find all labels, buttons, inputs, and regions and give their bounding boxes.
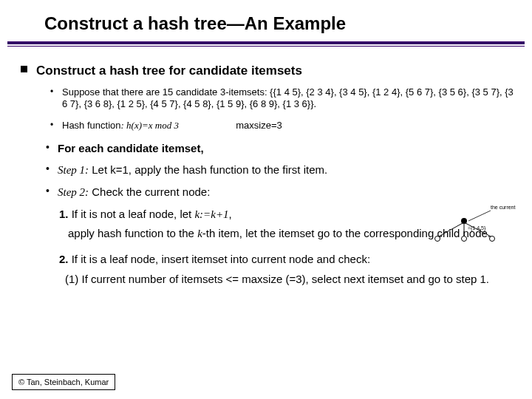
bullet-main-text: Construct a hash tree for candidate item… [36,63,302,79]
slide-title: Construct a hash tree—An Example [0,0,532,41]
substep1-expr: k:=k+1 [194,208,228,220]
tree-svg: the current node ={1 4 5} [427,203,516,245]
step2-rest: Check the current node: [89,185,210,198]
step2-label: Step 2: [58,186,89,198]
hashfn-text: Hash function: h(x)=x mod 3 maxsize=3 [62,120,517,132]
dot-bullet: • [50,86,62,98]
bullet-suppose: • Suppose that there are 15 candidate 3-… [21,86,517,111]
substep1-num: 1. [59,208,69,220]
substep1-cont-a: apply hash function to the [37,227,197,239]
step2-text: Step 2: Check the current node: [58,185,517,200]
diagram-label-top: the current node [491,205,516,210]
substep2-num: 2. [59,253,69,265]
slide-body: Construct a hash tree for candidate item… [0,47,532,293]
substep1-b: , [229,208,232,220]
colon: : [121,120,127,131]
suppose-text: Suppose that there are 15 candidate 3-it… [62,86,517,111]
bullet-level1: Construct a hash tree for candidate item… [21,63,517,79]
svg-line-2 [437,223,463,237]
tree-diagram: the current node ={1 4 5} [427,203,516,245]
svg-line-0 [468,211,491,221]
step1-rest: Let k=1, apply the hash function to the … [89,163,327,176]
dot-bullet: • [46,163,58,176]
divider-thick [7,41,525,44]
foreach-text: For each candidate itemset, [58,141,517,155]
dot-bullet: • [46,141,58,154]
bullet-hashfn: • Hash function: h(x)=x mod 3 maxsize=3 [21,120,517,132]
substep2-rest: If it is a leaf node, insert itemset int… [69,253,371,265]
footer-credit: © Tan, Steinbach, Kumar [12,374,115,390]
substep-3: (1) If current number of itemsets <= max… [21,272,517,286]
dot-bullet: • [50,120,62,131]
dot-bullet: • [46,185,58,198]
svg-point-6 [462,236,467,242]
bullet-foreach: • For each candidate itemset, [21,141,517,155]
svg-point-5 [435,236,440,242]
substep3-text: (1) If current number of itemsets <= max… [37,273,489,285]
step1-label: Step 1: [58,164,89,176]
diagram-label-bottom: ={1 4 5} [468,225,486,231]
step1-text: Step 1: Let k=1, apply the hash function… [58,163,517,177]
bullet-dot-icon [21,66,27,72]
substep-2: 2. If it is a leaf node, insert itemset … [21,252,517,266]
substep1-a: If it is not a leaf node, let [69,208,195,220]
substep1-k: k [197,228,202,239]
svg-point-7 [490,236,495,242]
maxsize-text: maxsize=3 [236,120,282,131]
svg-point-1 [461,218,467,224]
bullet-step2: • Step 2: Check the current node: [21,185,517,200]
bullet-step1: • Step 1: Let k=1, apply the hash functi… [21,163,517,177]
hashfn-label: Hash function [62,120,121,131]
hashfn-formula: h(x)=x mod 3 [126,120,179,131]
